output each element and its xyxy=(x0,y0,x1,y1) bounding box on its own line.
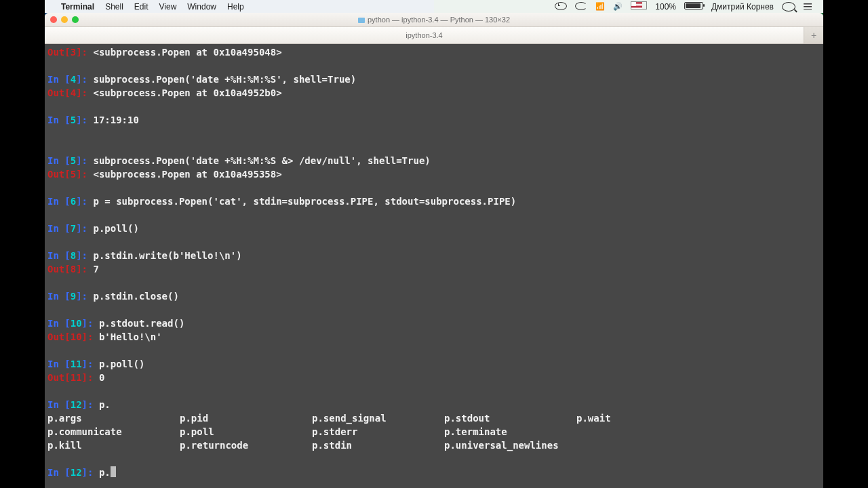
window-minimize-button[interactable] xyxy=(61,16,68,23)
window-title: python — ipython-3.4 — Python — 130×32 xyxy=(45,16,823,24)
window-close-button[interactable] xyxy=(50,16,57,23)
terminal-tabbar: ipython-3.4 + xyxy=(45,27,823,44)
notification-center-icon[interactable] xyxy=(802,2,818,12)
menubar-item-edit[interactable]: Edit xyxy=(129,2,154,12)
terminal-window: python — ipython-3.4 — Python — 130×32 i… xyxy=(45,13,823,488)
terminal-tab-label: ipython-3.4 xyxy=(406,31,442,39)
macos-menubar[interactable]: Terminal Shell Edit View Window Help 📶 🔊… xyxy=(45,0,823,13)
refresh-icon[interactable] xyxy=(573,2,589,12)
letterbox: Terminal Shell Edit View Window Help 📶 🔊… xyxy=(0,0,868,488)
input-source-flag-icon[interactable] xyxy=(629,1,649,12)
menubar-item-view[interactable]: View xyxy=(154,2,182,12)
battery-icon[interactable] xyxy=(682,2,705,12)
window-traffic-lights xyxy=(45,16,79,23)
battery-percent: 100% xyxy=(653,2,678,12)
volume-icon[interactable]: 🔊 xyxy=(611,2,625,11)
menubar-app-name[interactable]: Terminal xyxy=(56,2,100,12)
desktop: Terminal Shell Edit View Window Help 📶 🔊… xyxy=(45,0,823,488)
spotlight-icon[interactable] xyxy=(780,2,797,12)
terminal-tab-active[interactable]: ipython-3.4 xyxy=(45,27,804,43)
terminal-cursor xyxy=(111,466,116,477)
wifi-icon[interactable]: 📶 xyxy=(593,2,607,11)
menubar-item-window[interactable]: Window xyxy=(182,2,222,12)
terminal-content[interactable]: Out[3]: <subprocess.Popen at 0x10a495048… xyxy=(45,44,823,488)
window-titlebar[interactable]: python — ipython-3.4 — Python — 130×32 xyxy=(45,13,823,27)
folder-icon xyxy=(358,18,365,23)
menubar-username[interactable]: Дмитрий Корнев xyxy=(709,2,776,12)
menubar-item-shell[interactable]: Shell xyxy=(100,2,129,12)
new-tab-button[interactable]: + xyxy=(804,27,823,43)
time-machine-icon[interactable] xyxy=(553,2,569,12)
window-zoom-button[interactable] xyxy=(72,16,79,23)
menubar-item-help[interactable]: Help xyxy=(222,2,250,12)
